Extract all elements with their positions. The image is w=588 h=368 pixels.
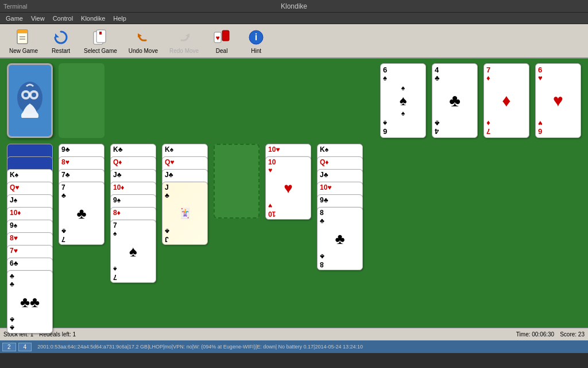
toolbar: New Game Restart ♥ Select Game xyxy=(0,24,588,59)
foundation-4-top: 6♥ xyxy=(538,66,578,83)
deal-icon: ♥ xyxy=(212,28,231,47)
undo-icon xyxy=(134,28,152,47)
tableau-4-bottom[interactable]: J♣ 🃏 J♣ xyxy=(162,182,208,245)
menubar: Game View Control Klondike Help xyxy=(0,13,588,24)
select-game-label: Select Game xyxy=(84,48,117,54)
tableau-7-bottom[interactable]: 8♣ ♣ 8♣ xyxy=(317,207,363,270)
menu-klondike[interactable]: Klondike xyxy=(78,14,109,22)
menu-help[interactable]: Help xyxy=(110,14,130,22)
taskbar: 2 4 2001:0:53aa:64c:24a4:5d64:a731:9c6a|… xyxy=(0,340,588,353)
new-game-button[interactable]: New Game xyxy=(6,27,41,55)
menu-view[interactable]: View xyxy=(28,14,48,22)
tableau-3-bottom[interactable]: 7♠ ♠ 7♠ xyxy=(110,220,156,283)
hint-button[interactable]: i Hint xyxy=(241,27,271,55)
deal-label: Deal xyxy=(216,48,228,54)
restart-label: Restart xyxy=(52,48,70,54)
restart-icon xyxy=(52,28,70,47)
foundation-1-top: 6♠ xyxy=(383,66,423,83)
foundation-1[interactable]: 6♠ ♠ ♠ ♠ 6♠ xyxy=(380,63,426,138)
stock-pile[interactable] xyxy=(7,63,53,138)
score-display: Score: 23 xyxy=(560,331,585,338)
new-game-icon xyxy=(14,28,33,47)
hint-icon: i xyxy=(247,28,265,47)
window-title: Klondike xyxy=(281,2,307,10)
undo-move-button[interactable]: Undo Move xyxy=(125,27,161,55)
tableau-col-4: K♠ Q♥ J♣ J♣ 🃏 J♣ xyxy=(162,144,208,328)
menu-game[interactable]: Game xyxy=(2,14,26,22)
tableau-col-3: K♣ Q♦ J♣ 10♦ 9♠ 8♦ 7♠ ♠ 7♠ xyxy=(110,144,156,328)
select-game-icon: ♥ xyxy=(91,28,110,47)
terminal-label: Terminal xyxy=(3,3,28,10)
foundation-4[interactable]: 6♥ ♥ 6♥ xyxy=(535,63,581,138)
tableau-6-bottom[interactable]: 10♥ ♥ 10♥ xyxy=(265,156,311,220)
undo-label: Undo Move xyxy=(129,48,158,54)
tableau-1-bottom[interactable]: ♣♣ ♣♣ ♣♣ xyxy=(7,270,53,334)
restart-button[interactable]: Restart xyxy=(46,27,76,55)
foundation-3-top: 7♦ xyxy=(486,66,527,83)
foundation-1-bot: 6♠ xyxy=(383,118,423,135)
tableau-col-6: 10♥ 10♥ ♥ 10♥ xyxy=(265,144,311,328)
select-game-button[interactable]: ♥ Select Game xyxy=(80,27,121,55)
tableau-col-5[interactable] xyxy=(214,144,260,328)
foundation-2[interactable]: 4♣ ♣ 4♣ xyxy=(432,63,478,138)
foundation-4-bot: 6♥ xyxy=(538,118,578,135)
svg-point-20 xyxy=(24,93,28,97)
waste-pile[interactable] xyxy=(59,63,105,138)
game-area: 6♠ ♠ ♠ ♠ 6♠ 4♣ ♣ 4♣ 7♦ ♦ 7♦ 6♥ ♥ 6♥ xyxy=(0,59,588,328)
svg-point-21 xyxy=(32,93,36,97)
top-row: 6♠ ♠ ♠ ♠ 6♠ 4♣ ♣ 4♣ 7♦ ♦ 7♦ 6♥ ♥ 6♥ xyxy=(7,63,581,138)
sysinfo: 2001:0:53aa:64c:24a4:5d64:a731:9c6a|17.2… xyxy=(37,344,363,350)
taskbar-btn-4[interactable]: 4 xyxy=(18,343,32,351)
svg-rect-13 xyxy=(222,30,229,41)
redo-move-button[interactable]: Redo Move xyxy=(166,27,202,55)
taskbar-btn-2[interactable]: 2 xyxy=(2,343,16,351)
foundation-2-bot: 4♣ xyxy=(435,118,475,135)
foundation-3[interactable]: 7♦ ♦ 7♦ xyxy=(483,63,529,138)
redo-icon xyxy=(175,28,194,47)
svg-rect-1 xyxy=(17,30,28,33)
statusbar: Stock left: 1 Redeals left: 1 Time: 00:0… xyxy=(0,328,588,340)
redo-label: Redo Move xyxy=(169,48,199,54)
hint-label: Hint xyxy=(251,48,261,54)
svg-marker-4 xyxy=(55,33,59,37)
titlebar: Terminal Klondike xyxy=(0,0,588,13)
svg-text:♥: ♥ xyxy=(99,30,102,36)
tableau-area: K♠ Q♥ J♠ 10♦ 9♠ 8♥ 7♥ 6♣ xyxy=(7,144,581,328)
deal-button[interactable]: ♥ Deal xyxy=(207,27,237,55)
svg-text:i: i xyxy=(255,32,257,42)
time-display: Time: 00:06:30 xyxy=(516,331,554,338)
tableau-col-1: K♠ Q♥ J♠ 10♦ 9♠ 8♥ 7♥ 6♣ xyxy=(7,144,53,328)
menu-control[interactable]: Control xyxy=(49,14,76,22)
new-game-label: New Game xyxy=(9,48,38,54)
tableau-2-bottom[interactable]: 7♣ ♣ 7♣ xyxy=(59,182,105,245)
svg-text:♥: ♥ xyxy=(216,34,220,42)
foundation-3-bot: 7♦ xyxy=(486,118,527,135)
foundation-2-top: 4♣ xyxy=(435,66,475,83)
statusbar-right: Time: 00:06:30 Score: 23 xyxy=(516,331,585,338)
tableau-col-7: K♠ Q♦ J♣ 10♥ 9♣ 8♣ ♣ 8♣ xyxy=(317,144,363,328)
tableau-5-empty[interactable] xyxy=(214,144,260,218)
tableau-col-2: 9♣ 8♥ 7♣ 7♣ ♣ 7♣ xyxy=(59,144,105,328)
